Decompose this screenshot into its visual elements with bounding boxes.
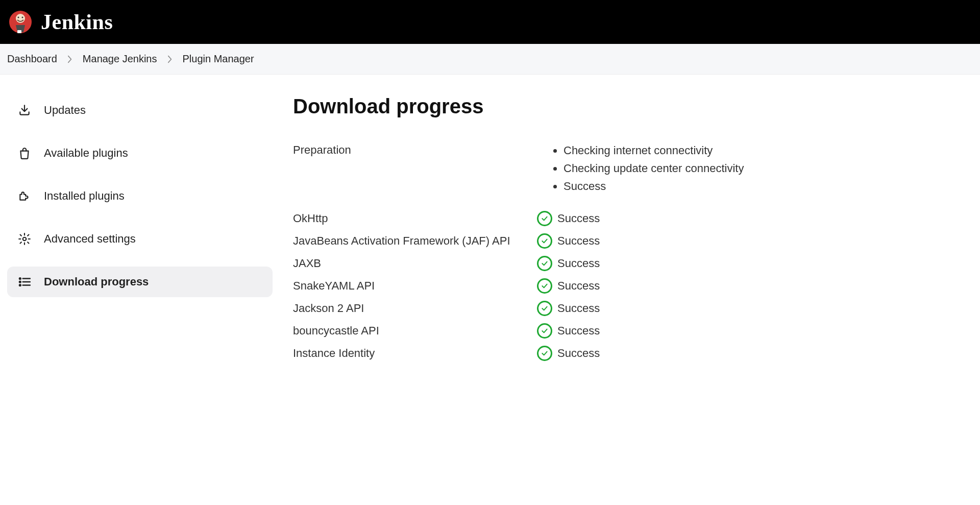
breadcrumb-item-dashboard[interactable]: Dashboard bbox=[7, 53, 57, 65]
main-panel: Download progress Preparation Checking i… bbox=[293, 95, 973, 368]
download-name: Jackson 2 API bbox=[293, 302, 528, 315]
check-circle-icon bbox=[537, 256, 552, 271]
chevron-right-icon bbox=[167, 55, 173, 63]
download-status-text: Success bbox=[557, 257, 600, 270]
download-status: Success bbox=[537, 233, 600, 249]
download-name: SnakeYAML API bbox=[293, 279, 528, 293]
svg-point-5 bbox=[23, 237, 27, 241]
sidebar: Updates Available plugins Installed plug… bbox=[7, 95, 273, 368]
check-circle-icon bbox=[537, 233, 552, 249]
svg-point-10 bbox=[19, 284, 21, 286]
download-status-text: Success bbox=[557, 212, 600, 225]
check-circle-icon bbox=[537, 346, 552, 361]
download-name: JAXB bbox=[293, 257, 528, 270]
download-status: Success bbox=[537, 346, 600, 361]
sidebar-item-updates[interactable]: Updates bbox=[7, 95, 273, 126]
download-row: OkHttpSuccess bbox=[293, 211, 973, 226]
download-status: Success bbox=[537, 211, 600, 226]
download-status-text: Success bbox=[557, 324, 600, 338]
breadcrumb-item-manage[interactable]: Manage Jenkins bbox=[83, 53, 157, 65]
check-circle-icon bbox=[537, 323, 552, 339]
download-status: Success bbox=[537, 323, 600, 339]
check-circle-icon bbox=[537, 301, 552, 316]
svg-rect-4 bbox=[17, 30, 21, 33]
svg-point-8 bbox=[19, 281, 21, 283]
preparation-step: Success bbox=[564, 177, 744, 195]
brand-text: Jenkins bbox=[41, 10, 113, 34]
svg-point-3 bbox=[22, 17, 23, 18]
download-status: Success bbox=[537, 301, 600, 316]
download-row: SnakeYAML APISuccess bbox=[293, 278, 973, 294]
app-header: Jenkins bbox=[0, 0, 980, 44]
list-icon bbox=[17, 275, 32, 289]
sidebar-item-download-progress[interactable]: Download progress bbox=[7, 267, 273, 297]
sidebar-item-label: Download progress bbox=[44, 275, 149, 288]
sidebar-item-label: Installed plugins bbox=[44, 189, 125, 203]
jenkins-logo-icon bbox=[8, 10, 33, 34]
preparation-list: Checking internet connectivity Checking … bbox=[548, 141, 744, 196]
svg-point-6 bbox=[19, 278, 21, 279]
sidebar-item-advanced[interactable]: Advanced settings bbox=[7, 224, 273, 254]
sidebar-item-label: Updates bbox=[44, 104, 86, 117]
breadcrumb-item-pluginmanager[interactable]: Plugin Manager bbox=[183, 53, 254, 65]
sidebar-item-installed[interactable]: Installed plugins bbox=[7, 181, 273, 211]
page-title: Download progress bbox=[293, 95, 973, 118]
preparation-row: Preparation Checking internet connectivi… bbox=[293, 141, 973, 196]
download-name: JavaBeans Activation Framework (JAF) API bbox=[293, 234, 528, 248]
breadcrumb: Dashboard Manage Jenkins Plugin Manager bbox=[0, 44, 980, 75]
preparation-label: Preparation bbox=[293, 141, 528, 157]
download-status: Success bbox=[537, 256, 600, 271]
sidebar-item-available[interactable]: Available plugins bbox=[7, 138, 273, 169]
download-name: OkHttp bbox=[293, 212, 528, 225]
download-row: Instance IdentitySuccess bbox=[293, 346, 973, 361]
logo[interactable]: Jenkins bbox=[8, 10, 113, 34]
download-name: Instance Identity bbox=[293, 347, 528, 360]
download-row: Jackson 2 APISuccess bbox=[293, 301, 973, 316]
preparation-step: Checking update center connectivity bbox=[564, 159, 744, 177]
download-name: bouncycastle API bbox=[293, 324, 528, 338]
gear-icon bbox=[17, 232, 32, 246]
check-circle-icon bbox=[537, 211, 552, 226]
check-circle-icon bbox=[537, 278, 552, 294]
download-status: Success bbox=[537, 278, 600, 294]
bag-icon bbox=[17, 146, 32, 160]
download-status-text: Success bbox=[557, 347, 600, 360]
sidebar-item-label: Advanced settings bbox=[44, 232, 136, 246]
download-row: JAXBSuccess bbox=[293, 256, 973, 271]
download-icon bbox=[17, 103, 32, 117]
download-status-text: Success bbox=[557, 234, 600, 248]
preparation-step: Checking internet connectivity bbox=[564, 141, 744, 159]
download-list: OkHttpSuccessJavaBeans Activation Framew… bbox=[293, 211, 973, 361]
download-status-text: Success bbox=[557, 279, 600, 293]
content-area: Updates Available plugins Installed plug… bbox=[0, 75, 980, 389]
svg-point-2 bbox=[18, 17, 19, 18]
download-row: bouncycastle APISuccess bbox=[293, 323, 973, 339]
sidebar-item-label: Available plugins bbox=[44, 147, 128, 160]
download-status-text: Success bbox=[557, 302, 600, 315]
chevron-right-icon bbox=[67, 55, 72, 63]
puzzle-icon bbox=[17, 189, 32, 203]
download-row: JavaBeans Activation Framework (JAF) API… bbox=[293, 233, 973, 249]
